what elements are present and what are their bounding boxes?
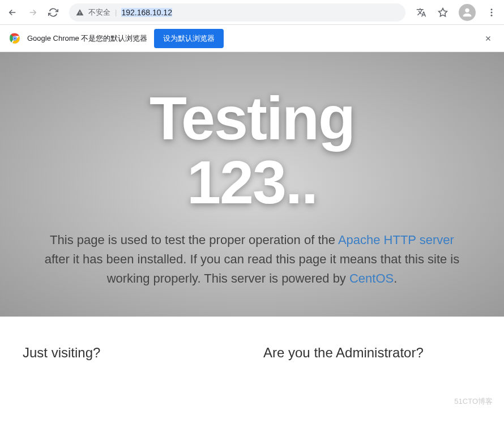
star-icon <box>438 7 448 18</box>
set-default-button[interactable]: 设为默认浏览器 <box>154 29 224 48</box>
svg-marker-0 <box>439 8 447 16</box>
svg-point-1 <box>465 8 469 12</box>
security-label: 不安全 <box>88 7 110 18</box>
url-text: 192.168.10.12 <box>121 8 172 17</box>
svg-point-9 <box>14 37 16 40</box>
reload-icon <box>48 7 58 18</box>
hero-description: This page is used to test the proper ope… <box>23 230 481 288</box>
centos-link[interactable]: CentOS <box>349 271 394 285</box>
toolbar-right <box>413 4 499 21</box>
default-browser-infobar: Google Chrome 不是您的默认浏览器 设为默认浏览器 <box>0 25 504 52</box>
infobar-close-button[interactable] <box>481 32 495 45</box>
reload-button[interactable] <box>45 5 61 20</box>
more-vert-icon <box>486 7 497 18</box>
svg-point-2 <box>491 8 493 10</box>
svg-point-3 <box>491 11 493 13</box>
arrow-left-icon <box>7 7 18 18</box>
svg-point-4 <box>491 14 493 16</box>
browser-toolbar: 不安全 | 192.168.10.12 <box>0 0 504 25</box>
columns-section: Just visiting? Are you the Administrator… <box>0 317 504 372</box>
right-heading: Are you the Administrator? <box>263 345 481 361</box>
url-divider: | <box>115 8 117 16</box>
back-button[interactable] <box>5 5 20 20</box>
page-content: Testing123.. This page is used to test t… <box>0 52 504 427</box>
warning-icon <box>76 8 84 16</box>
translate-button[interactable] <box>413 5 429 20</box>
hero-title: Testing123.. <box>23 86 481 215</box>
menu-button[interactable] <box>484 5 499 20</box>
hero-section: Testing123.. This page is used to test t… <box>0 52 504 317</box>
column-left: Just visiting? <box>23 345 241 361</box>
forward-button <box>25 5 41 20</box>
apache-link[interactable]: Apache HTTP server <box>338 233 454 247</box>
close-icon <box>484 35 492 42</box>
chrome-icon <box>9 33 20 44</box>
profile-avatar[interactable] <box>459 4 476 21</box>
address-bar[interactable]: 不安全 | 192.168.10.12 <box>69 3 405 22</box>
infobar-message: Google Chrome 不是您的默认浏览器 <box>27 33 147 44</box>
translate-icon <box>416 7 426 18</box>
left-heading: Just visiting? <box>23 345 241 361</box>
arrow-right-icon <box>28 7 38 18</box>
bookmark-button[interactable] <box>435 5 451 20</box>
person-icon <box>461 6 473 19</box>
column-right: Are you the Administrator? <box>263 345 481 361</box>
